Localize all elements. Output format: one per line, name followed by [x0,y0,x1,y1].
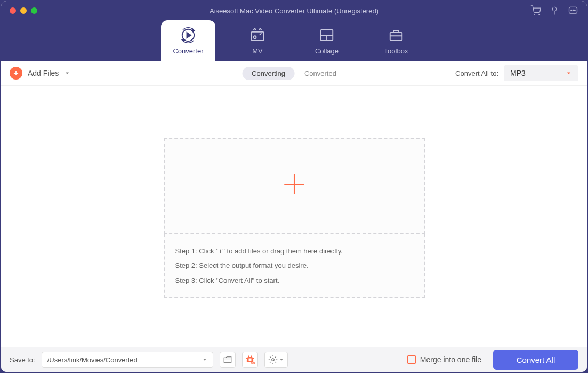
add-files-button[interactable]: Add Files [10,67,59,80]
main-content: Step 1: Click "+" to add files or drag t… [1,86,587,351]
merge-checkbox[interactable] [407,355,416,364]
svg-point-14 [254,36,256,38]
toolbar: Add Files Converting Converted Convert A… [1,61,587,86]
dropzone-plus-icon [281,171,308,202]
footer: Save to: /Users/link/Movies/Converted ON… [1,347,587,372]
svg-marker-23 [567,73,570,75]
convert-all-button[interactable]: Convert All [493,350,578,370]
svg-marker-26 [203,359,206,361]
svg-rect-18 [390,33,402,41]
chip-icon: ON [245,354,255,365]
maximize-window-button[interactable] [31,7,37,14]
svg-marker-11 [193,29,195,30]
segment-converting[interactable]: Converting [242,67,295,80]
titlebar-actions [530,5,578,16]
tab-collage-label: Collage [315,47,339,55]
svg-point-37 [271,359,274,361]
converter-icon [180,27,197,44]
tab-collage[interactable]: Collage [300,20,354,61]
tab-converter-label: Converter [173,47,203,55]
step-1-text: Step 1: Click "+" to add files or drag t… [175,244,413,258]
tab-converter[interactable]: Converter [161,20,215,61]
tab-toolbox[interactable]: Toolbox [369,20,423,61]
svg-marker-12 [182,39,184,41]
svg-point-2 [552,7,557,11]
step-2-text: Step 2: Select the output format you des… [175,258,413,273]
traffic-lights [10,7,37,14]
save-to-label: Save to: [10,356,35,364]
chevron-down-icon [279,357,284,362]
svg-point-1 [539,14,540,15]
save-path-value: /Users/link/Movies/Converted [47,356,138,364]
minimize-window-button[interactable] [20,7,27,14]
dropzone-instructions: Step 1: Click "+" to add files or drag t… [164,234,425,298]
main-tabs: Converter MV Collage Toolbox [1,20,587,61]
collage-icon [318,27,335,44]
tab-toolbox-label: Toolbox [384,47,408,55]
svg-rect-29 [248,359,251,361]
merge-checkbox-group[interactable]: Merge into one file [407,355,481,364]
tab-mv[interactable]: MV [230,20,285,61]
dropzone-target[interactable] [164,138,425,234]
svg-point-0 [534,14,535,15]
add-files-label: Add Files [28,69,59,77]
svg-marker-38 [280,359,283,361]
open-folder-button[interactable] [220,352,236,368]
toolbox-icon [388,27,405,44]
gear-icon [268,355,278,364]
svg-text:ON: ON [251,361,255,364]
svg-marker-22 [66,73,69,75]
segment-converted[interactable]: Converted [295,67,346,80]
close-window-button[interactable] [10,7,16,14]
convert-all-to-group: Convert All to: MP3 [455,65,578,81]
merge-label: Merge into one file [420,355,481,364]
step-3-text: Step 3: Click "Convert All" to start. [175,273,413,288]
key-icon[interactable] [550,6,559,15]
output-format-value: MP3 [510,69,526,77]
window-title: Aiseesoft Mac Video Converter Ultimate (… [210,7,378,15]
svg-point-6 [571,10,572,11]
add-files-dropdown[interactable] [63,69,71,77]
chevron-down-icon [202,357,207,362]
convert-all-to-label: Convert All to: [455,69,498,77]
feedback-icon[interactable] [568,5,578,16]
plus-icon [10,67,22,80]
chevron-down-icon [566,70,572,76]
svg-marker-10 [187,33,191,38]
folder-icon [223,355,232,364]
output-format-select[interactable]: MP3 [504,65,578,81]
settings-button[interactable] [264,352,288,368]
tab-mv-label: MV [252,47,263,55]
dropzone[interactable]: Step 1: Click "+" to add files or drag t… [164,138,425,298]
save-path-select[interactable]: /Users/link/Movies/Converted [42,352,213,368]
svg-point-7 [573,10,574,11]
app-window: Aiseesoft Mac Video Converter Ultimate (… [1,1,587,372]
titlebar: Aiseesoft Mac Video Converter Ultimate (… [1,1,587,20]
gpu-acceleration-button[interactable]: ON [242,352,258,368]
mv-icon [249,27,266,44]
svg-point-8 [575,10,576,11]
cart-icon[interactable] [530,5,541,16]
status-segmented-control: Converting Converted [242,67,346,80]
